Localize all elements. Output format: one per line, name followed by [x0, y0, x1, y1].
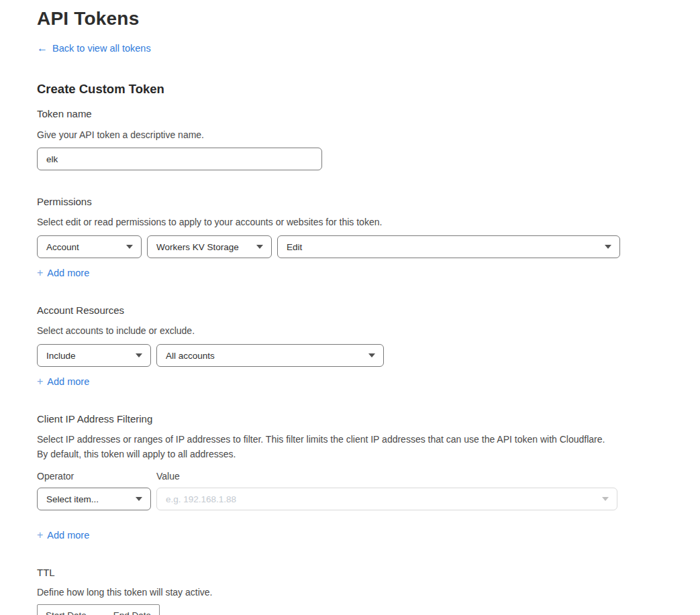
chevron-down-icon	[605, 245, 611, 249]
account-resources-mode-value: Include	[46, 351, 76, 361]
permission-scope-value: Account	[46, 242, 79, 252]
permission-scope-select[interactable]: Account	[37, 235, 142, 258]
chevron-down-icon	[126, 245, 133, 249]
ip-value-combobox[interactable]	[156, 488, 617, 510]
plus-icon: +	[37, 530, 43, 541]
start-date-label: Start Date	[46, 610, 87, 615]
add-more-label: Add more	[47, 268, 89, 278]
arrow-right-icon: →	[95, 610, 105, 615]
permission-access-value: Edit	[287, 242, 302, 252]
ip-filtering-column-labels: Operator Value	[37, 471, 700, 482]
permission-access-select[interactable]: Edit	[277, 235, 620, 258]
token-name-label: Token name	[37, 108, 700, 119]
end-date-label: End Date	[113, 610, 151, 615]
token-name-section: Token name Give your API token a descrip…	[37, 108, 700, 170]
account-resources-add-more-button[interactable]: + Add more	[37, 376, 89, 387]
permissions-add-more-button[interactable]: + Add more	[37, 268, 89, 278]
permission-category-select[interactable]: Workers KV Storage	[147, 235, 272, 258]
back-to-tokens-link[interactable]: ← Back to view all tokens	[37, 43, 151, 54]
back-arrow-icon: ←	[37, 43, 48, 54]
permission-category-value: Workers KV Storage	[156, 242, 239, 252]
permissions-label: Permissions	[37, 196, 700, 207]
ip-filtering-add-more-button[interactable]: + Add more	[37, 530, 89, 541]
permissions-description: Select edit or read permissions to apply…	[37, 215, 700, 229]
ttl-date-range-picker[interactable]: Start Date → End Date	[37, 604, 160, 615]
account-resources-description: Select accounts to include or exclude.	[37, 323, 700, 338]
ttl-section: TTL Define how long this token will stay…	[37, 567, 700, 615]
api-tokens-page: API Tokens ← Back to view all tokens Cre…	[0, 0, 700, 615]
chevron-down-icon	[136, 353, 142, 357]
account-resources-mode-select[interactable]: Include	[37, 344, 151, 367]
ttl-description: Define how long this token will stay act…	[37, 585, 700, 600]
chevron-down-icon	[256, 245, 263, 249]
ip-value-input[interactable]	[166, 494, 595, 504]
chevron-down-icon	[136, 497, 142, 501]
ip-filtering-description: Select IP addresses or ranges of IP addr…	[37, 432, 613, 461]
account-resources-controls-row: Include All accounts	[37, 344, 700, 367]
operator-label: Operator	[37, 471, 156, 482]
create-custom-token-heading: Create Custom Token	[37, 82, 700, 97]
ip-filtering-section: Client IP Address Filtering Select IP ad…	[37, 413, 700, 541]
token-name-input[interactable]	[37, 148, 322, 170]
ip-filtering-controls-row: Select item...	[37, 488, 700, 510]
token-name-description: Give your API token a descriptive name.	[37, 127, 700, 142]
chevron-down-icon	[602, 497, 609, 501]
account-resources-label: Account Resources	[37, 304, 700, 316]
ttl-label: TTL	[37, 567, 700, 578]
value-label: Value	[156, 471, 180, 482]
add-more-label: Add more	[47, 530, 89, 541]
account-resources-accounts-value: All accounts	[166, 351, 215, 361]
account-resources-section: Account Resources Select accounts to inc…	[37, 304, 700, 388]
add-more-label: Add more	[47, 376, 89, 387]
back-link-label: Back to view all tokens	[52, 43, 151, 54]
plus-icon: +	[37, 268, 43, 278]
plus-icon: +	[37, 376, 43, 387]
page-title: API Tokens	[37, 7, 700, 31]
permissions-controls-row: Account Workers KV Storage Edit	[37, 235, 700, 258]
ip-filtering-label: Client IP Address Filtering	[37, 413, 700, 425]
account-resources-accounts-select[interactable]: All accounts	[156, 344, 384, 367]
ip-operator-select[interactable]: Select item...	[37, 488, 151, 510]
permissions-section: Permissions Select edit or read permissi…	[37, 196, 700, 279]
chevron-down-icon	[368, 353, 375, 357]
ip-operator-value: Select item...	[46, 494, 99, 504]
